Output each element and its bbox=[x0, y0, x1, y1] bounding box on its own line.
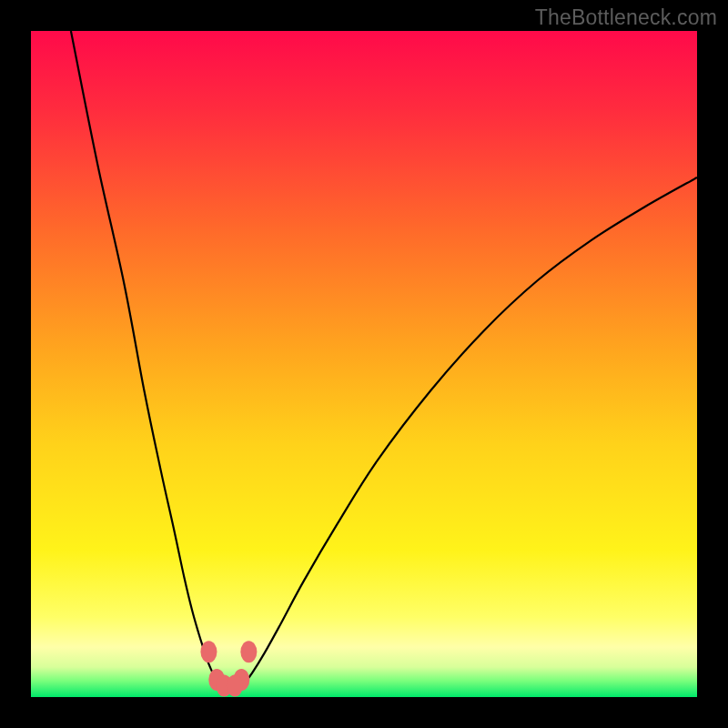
marker-p1 bbox=[200, 641, 217, 662]
marker-p6 bbox=[227, 675, 243, 697]
chart-frame: TheBottleneck.com bbox=[0, 0, 728, 728]
plot-area bbox=[31, 31, 697, 697]
gradient-background bbox=[31, 31, 697, 697]
plot-svg bbox=[31, 31, 697, 697]
marker-p2 bbox=[240, 641, 257, 662]
watermark-text: TheBottleneck.com bbox=[535, 5, 717, 30]
